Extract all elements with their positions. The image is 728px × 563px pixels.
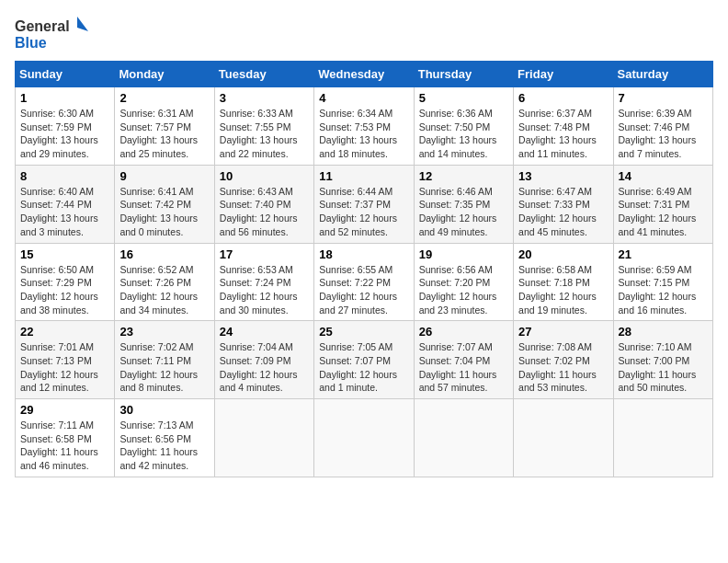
calendar-cell: 24Sunrise: 7:04 AM Sunset: 7:09 PM Dayli… — [214, 321, 313, 399]
day-number: 2 — [119, 91, 209, 105]
day-number: 22 — [20, 325, 109, 339]
day-info: Sunrise: 7:01 AM Sunset: 7:13 PM Dayligh… — [20, 340, 109, 395]
day-number: 7 — [619, 91, 708, 105]
day-info: Sunrise: 6:55 AM Sunset: 7:22 PM Dayligh… — [319, 263, 408, 317]
day-number: 23 — [119, 325, 209, 339]
day-number: 9 — [119, 169, 209, 183]
day-info: Sunrise: 7:08 AM Sunset: 7:02 PM Dayligh… — [518, 340, 608, 395]
calendar-cell: 7Sunrise: 6:39 AM Sunset: 7:46 PM Daylig… — [613, 87, 712, 166]
day-number: 10 — [220, 169, 309, 183]
day-number: 19 — [419, 247, 508, 261]
weekday-thursday: Thursday — [414, 62, 513, 87]
weekday-sunday: Sunday — [16, 62, 115, 87]
day-number: 13 — [518, 169, 608, 183]
day-number: 1 — [20, 91, 109, 105]
day-info: Sunrise: 7:05 AM Sunset: 7:07 PM Dayligh… — [319, 340, 408, 395]
calendar-cell — [314, 399, 414, 477]
calendar-cell: 5Sunrise: 6:36 AM Sunset: 7:50 PM Daylig… — [414, 87, 513, 166]
calendar-cell: 16Sunrise: 6:52 AM Sunset: 7:26 PM Dayli… — [115, 243, 214, 321]
day-number: 18 — [319, 247, 408, 261]
calendar-cell: 23Sunrise: 7:02 AM Sunset: 7:11 PM Dayli… — [115, 321, 214, 399]
calendar-cell: 17Sunrise: 6:53 AM Sunset: 7:24 PM Dayli… — [214, 243, 313, 321]
calendar-cell: 26Sunrise: 7:07 AM Sunset: 7:04 PM Dayli… — [414, 321, 513, 399]
calendar-cell — [214, 399, 313, 477]
day-info: Sunrise: 6:50 AM Sunset: 7:29 PM Dayligh… — [20, 263, 109, 317]
page-header: GeneralBlue — [15, 15, 713, 52]
day-number: 8 — [20, 169, 109, 183]
day-info: Sunrise: 6:49 AM Sunset: 7:31 PM Dayligh… — [619, 185, 708, 239]
calendar-cell: 1Sunrise: 6:30 AM Sunset: 7:59 PM Daylig… — [16, 87, 115, 166]
day-info: Sunrise: 7:07 AM Sunset: 7:04 PM Dayligh… — [419, 340, 508, 395]
svg-marker-2 — [77, 17, 88, 31]
day-number: 29 — [20, 403, 109, 417]
calendar-cell: 2Sunrise: 6:31 AM Sunset: 7:57 PM Daylig… — [115, 87, 214, 166]
day-number: 5 — [419, 91, 508, 105]
day-info: Sunrise: 6:59 AM Sunset: 7:15 PM Dayligh… — [619, 263, 708, 317]
day-info: Sunrise: 6:44 AM Sunset: 7:37 PM Dayligh… — [319, 185, 408, 239]
day-number: 14 — [619, 169, 708, 183]
day-info: Sunrise: 7:02 AM Sunset: 7:11 PM Dayligh… — [119, 340, 209, 395]
calendar-cell: 3Sunrise: 6:33 AM Sunset: 7:55 PM Daylig… — [214, 87, 313, 166]
day-info: Sunrise: 6:41 AM Sunset: 7:42 PM Dayligh… — [119, 185, 209, 239]
day-number: 21 — [619, 247, 708, 261]
day-number: 4 — [319, 91, 408, 105]
calendar-cell: 4Sunrise: 6:34 AM Sunset: 7:53 PM Daylig… — [314, 87, 414, 166]
calendar-week-2: 8Sunrise: 6:40 AM Sunset: 7:44 PM Daylig… — [16, 165, 713, 243]
day-number: 20 — [518, 247, 608, 261]
day-info: Sunrise: 6:36 AM Sunset: 7:50 PM Dayligh… — [419, 107, 508, 161]
calendar-cell: 27Sunrise: 7:08 AM Sunset: 7:02 PM Dayli… — [514, 321, 613, 399]
calendar-cell: 11Sunrise: 6:44 AM Sunset: 7:37 PM Dayli… — [314, 165, 414, 243]
day-number: 6 — [518, 91, 608, 105]
calendar-table: SundayMondayTuesdayWednesdayThursdayFrid… — [15, 61, 713, 477]
day-number: 24 — [220, 325, 309, 339]
calendar-cell: 25Sunrise: 7:05 AM Sunset: 7:07 PM Dayli… — [314, 321, 414, 399]
day-number: 3 — [220, 91, 309, 105]
day-info: Sunrise: 6:52 AM Sunset: 7:26 PM Dayligh… — [119, 263, 209, 317]
day-info: Sunrise: 6:30 AM Sunset: 7:59 PM Dayligh… — [20, 107, 109, 161]
calendar-cell: 28Sunrise: 7:10 AM Sunset: 7:00 PM Dayli… — [613, 321, 712, 399]
calendar-cell: 6Sunrise: 6:37 AM Sunset: 7:48 PM Daylig… — [514, 87, 613, 166]
day-info: Sunrise: 6:56 AM Sunset: 7:20 PM Dayligh… — [419, 263, 508, 317]
day-info: Sunrise: 6:47 AM Sunset: 7:33 PM Dayligh… — [518, 185, 608, 239]
day-info: Sunrise: 6:58 AM Sunset: 7:18 PM Dayligh… — [518, 263, 608, 317]
calendar-cell — [514, 399, 613, 477]
logo-icon: GeneralBlue — [15, 15, 88, 52]
svg-text:General: General — [15, 18, 70, 34]
day-info: Sunrise: 7:10 AM Sunset: 7:00 PM Dayligh… — [619, 340, 708, 395]
day-info: Sunrise: 6:39 AM Sunset: 7:46 PM Dayligh… — [619, 107, 708, 161]
weekday-friday: Friday — [514, 62, 613, 87]
day-info: Sunrise: 6:53 AM Sunset: 7:24 PM Dayligh… — [220, 263, 309, 317]
calendar-week-3: 15Sunrise: 6:50 AM Sunset: 7:29 PM Dayli… — [16, 243, 713, 321]
calendar-cell: 29Sunrise: 7:11 AM Sunset: 6:58 PM Dayli… — [16, 399, 115, 477]
day-number: 27 — [518, 325, 608, 339]
calendar-body: 1Sunrise: 6:30 AM Sunset: 7:59 PM Daylig… — [16, 87, 713, 477]
calendar-cell: 22Sunrise: 7:01 AM Sunset: 7:13 PM Dayli… — [16, 321, 115, 399]
day-info: Sunrise: 6:40 AM Sunset: 7:44 PM Dayligh… — [20, 185, 109, 239]
calendar-week-5: 29Sunrise: 7:11 AM Sunset: 6:58 PM Dayli… — [16, 399, 713, 477]
calendar-cell: 12Sunrise: 6:46 AM Sunset: 7:35 PM Dayli… — [414, 165, 513, 243]
logo: GeneralBlue — [15, 15, 88, 52]
weekday-monday: Monday — [115, 62, 214, 87]
svg-text:Blue: Blue — [15, 35, 47, 51]
day-number: 25 — [319, 325, 408, 339]
day-number: 28 — [619, 325, 708, 339]
calendar-cell: 20Sunrise: 6:58 AM Sunset: 7:18 PM Dayli… — [514, 243, 613, 321]
weekday-tuesday: Tuesday — [214, 62, 313, 87]
calendar-cell — [613, 399, 712, 477]
calendar-cell: 8Sunrise: 6:40 AM Sunset: 7:44 PM Daylig… — [16, 165, 115, 243]
calendar-cell: 9Sunrise: 6:41 AM Sunset: 7:42 PM Daylig… — [115, 165, 214, 243]
day-number: 12 — [419, 169, 508, 183]
calendar-cell: 14Sunrise: 6:49 AM Sunset: 7:31 PM Dayli… — [613, 165, 712, 243]
calendar-cell: 19Sunrise: 6:56 AM Sunset: 7:20 PM Dayli… — [414, 243, 513, 321]
day-number: 26 — [419, 325, 508, 339]
day-number: 17 — [220, 247, 309, 261]
day-info: Sunrise: 6:43 AM Sunset: 7:40 PM Dayligh… — [220, 185, 309, 239]
calendar-cell — [414, 399, 513, 477]
day-number: 16 — [119, 247, 209, 261]
day-number: 15 — [20, 247, 109, 261]
day-info: Sunrise: 6:46 AM Sunset: 7:35 PM Dayligh… — [419, 185, 508, 239]
calendar-cell: 15Sunrise: 6:50 AM Sunset: 7:29 PM Dayli… — [16, 243, 115, 321]
calendar-cell: 30Sunrise: 7:13 AM Sunset: 6:56 PM Dayli… — [115, 399, 214, 477]
day-number: 11 — [319, 169, 408, 183]
calendar-week-1: 1Sunrise: 6:30 AM Sunset: 7:59 PM Daylig… — [16, 87, 713, 166]
